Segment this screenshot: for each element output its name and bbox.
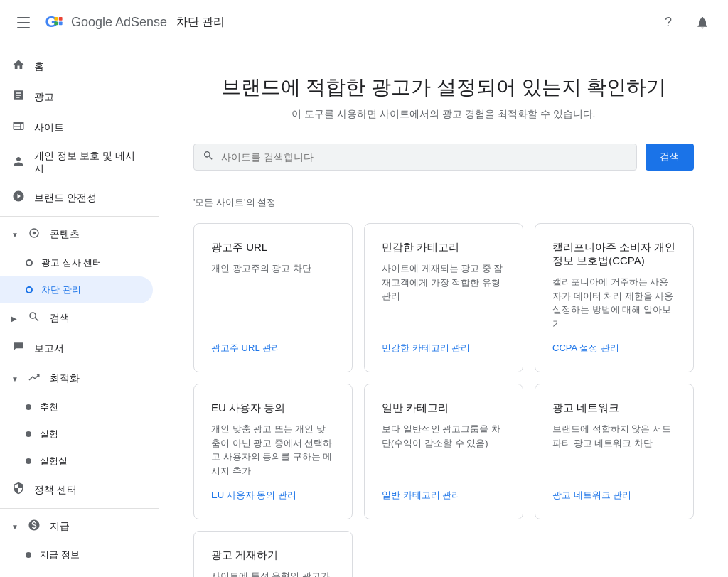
optimize-icon [27,371,41,387]
card-link-eu[interactable]: EU 사용자 동의 관리 [211,489,335,502]
sidebar-section-content[interactable]: ▼ 콘텐츠 [0,220,159,249]
payment-sub-items: 지급 정보 본인 확인 [0,541,159,577]
card-link-sensitive[interactable]: 민감한 카테고리 관리 [382,342,505,355]
sidebar-item-report[interactable]: 보고서 [0,333,153,364]
divider-1 [0,216,159,217]
layout: 홈 광고 사이트 개인 정보 보호 및 메시지 브랜드 안전성 [0,45,728,577]
divider-2 [0,508,159,509]
topbar: G Google AdSense 차단 관리 ? [0,0,728,45]
card-eu-consent[interactable]: EU 사용자 동의 개인 맞춤 광고 또는 개인 맞춤이 아닌 광고 중에서 선… [193,384,353,519]
sidebar-item-home[interactable]: 홈 [0,51,153,82]
sidebar-label-brand: 브랜드 안전성 [34,192,97,205]
svg-rect-3 [54,21,58,25]
policy-icon [11,482,26,498]
home-icon [11,58,26,75]
dot-experiment-room [26,458,31,464]
content-sub-items: 광고 심사 센터 차단 관리 [0,249,159,303]
sidebar-section-search[interactable]: ▶ 검색 [0,303,159,333]
card-link-general[interactable]: 일반 카테고리 관리 [382,489,505,502]
report-icon [11,340,26,357]
sidebar-label-site: 사이트 [34,122,64,134]
card-desc-advertiser-url: 개인 광고주의 광고 차단 [211,261,335,330]
sidebar-item-experiment-room[interactable]: 실험실 [0,448,153,475]
sidebar-item-privacy[interactable]: 개인 정보 보호 및 메시지 [0,143,153,183]
card-advertiser-url[interactable]: 광고주 URL 개인 광고주의 광고 차단 광고주 URL 관리 [193,223,353,372]
sidebar-item-block-mgmt[interactable]: 차단 관리 [0,276,153,303]
sidebar-item-ads[interactable]: 광고 [0,82,153,112]
sidebar-label-content: 콘텐츠 [50,228,80,241]
search-icon [203,150,214,164]
sidebar-label-ad-review: 광고 심사 센터 [41,257,102,269]
card-title-general: 일반 카테고리 [382,401,505,415]
sidebar-label-experiment: 실험 [40,428,58,441]
bell-icon [695,16,710,30]
card-link-advertiser-url[interactable]: 광고주 URL 관리 [211,342,335,355]
section-label: '모든 사이트'의 설정 [193,196,694,209]
block-icon [11,190,26,206]
topbar-actions: ? [654,9,717,37]
sidebar-item-payment-info[interactable]: 지급 정보 [0,541,153,568]
payment-icon [27,519,41,534]
sidebar-item-recommend[interactable]: 추천 [0,394,153,421]
collapse-arrow-content: ▼ [11,231,18,239]
sidebar-item-brand[interactable]: 브랜드 안전성 [0,183,153,213]
card-title-eu: EU 사용자 동의 [211,401,335,415]
card-desc-eu: 개인 맞춤 광고 또는 개인 맞춤이 아닌 광고 중에서 선택하고 사용자의 동… [211,422,335,478]
sidebar-label-report: 보고서 [34,343,64,355]
sidebar-item-policy[interactable]: 정책 센터 [0,475,153,505]
ads-icon [11,89,26,105]
circle-o-active-icon [26,286,33,293]
card-title-ccpa: 캘리포니아주 소비자 개인 정보 보호법(CCPA) [552,241,676,268]
sidebar-label-ads: 광고 [34,91,54,104]
sidebar-label-privacy: 개인 정보 보호 및 메시지 [34,150,141,176]
card-desc-sensitive: 사이트에 게재되는 광고 중 잠재고객에게 가장 적합한 유형 관리 [382,261,505,330]
dot-recommend [26,404,31,410]
card-sensitive-category[interactable]: 민감한 카테고리 사이트에 게재되는 광고 중 잠재고객에게 가장 적합한 유형… [364,223,523,372]
search-input-wrap [193,144,637,171]
card-desc-general: 보다 일반적인 광고그룹을 차단(수익이 감소할 수 있음) [382,422,505,478]
main-content: 브랜드에 적합한 광고가 설정되어 있는지 확인하기 이 도구를 사용하면 사이… [159,45,728,577]
main-header: 브랜드에 적합한 광고가 설정되어 있는지 확인하기 이 도구를 사용하면 사이… [193,74,694,121]
card-link-ccpa[interactable]: CCPA 설정 관리 [552,342,676,355]
sidebar-item-experiment[interactable]: 실험 [0,421,153,448]
optimize-sub-items: 추천 실험 실험실 [0,394,159,475]
collapse-arrow-search: ▶ [11,315,18,323]
notification-button[interactable] [688,9,717,37]
sidebar-label-block-mgmt: 차단 관리 [41,284,81,296]
card-desc-placement: 사이트에 특정 유형의 광고가 게재되는 것을 차단 [211,569,335,577]
card-title-sensitive: 민감한 카테고리 [382,241,505,254]
card-title-advertiser-url: 광고주 URL [211,241,335,254]
hamburger-menu[interactable] [11,11,36,34]
main-title: 브랜드에 적합한 광고가 설정되어 있는지 확인하기 [193,74,694,101]
sidebar-item-ad-review[interactable]: 광고 심사 센터 [0,249,153,276]
card-general-category[interactable]: 일반 카테고리 보다 일반적인 광고그룹을 차단(수익이 감소할 수 있음) 일… [364,384,523,519]
dot-payment-info [26,552,31,558]
card-link-network[interactable]: 광고 네트워크 관리 [552,489,676,502]
card-title-network: 광고 네트워크 [552,401,676,415]
card-ad-placement[interactable]: 광고 게재하기 사이트에 특정 유형의 광고가 게재되는 것을 차단 광고 게재… [193,531,353,577]
sidebar-item-site[interactable]: 사이트 [0,112,153,143]
topbar-left: G Google AdSense [11,11,171,34]
search-icon-sidebar [27,311,41,326]
svg-rect-4 [59,17,63,21]
cards-grid: 광고주 URL 개인 광고주의 광고 차단 광고주 URL 관리 민감한 카테고… [193,223,694,577]
help-button[interactable]: ? [654,9,682,37]
dot-experiment [26,431,31,437]
card-ccpa[interactable]: 캘리포니아주 소비자 개인 정보 보호법(CCPA) 캘리포니아에 거주하는 사… [535,223,694,372]
search-bar: 검색 [193,144,694,171]
sidebar-item-verify[interactable]: 본인 확인 [0,568,153,577]
sidebar-label-optimize: 최적화 [50,372,80,385]
sidebar-section-optimize[interactable]: ▼ 최적화 [0,364,159,394]
sidebar-label-search: 검색 [50,312,70,325]
sidebar-section-payment[interactable]: ▼ 지급 [0,512,159,541]
sidebar: 홈 광고 사이트 개인 정보 보호 및 메시지 브랜드 안전성 [0,45,159,577]
sidebar-label-payment-info: 지급 정보 [40,549,80,561]
search-input[interactable] [221,144,628,170]
logo-icon: G [44,11,67,34]
card-desc-network: 브랜드에 적합하지 않은 서드 파티 광고 네트워크 차단 [552,422,676,478]
circle-o-icon [26,259,33,266]
collapse-arrow-payment: ▼ [11,523,18,531]
card-ad-network[interactable]: 광고 네트워크 브랜드에 적합하지 않은 서드 파티 광고 네트워크 차단 광고… [535,384,694,519]
sidebar-label-payment: 지급 [50,520,70,533]
search-button[interactable]: 검색 [646,144,694,171]
